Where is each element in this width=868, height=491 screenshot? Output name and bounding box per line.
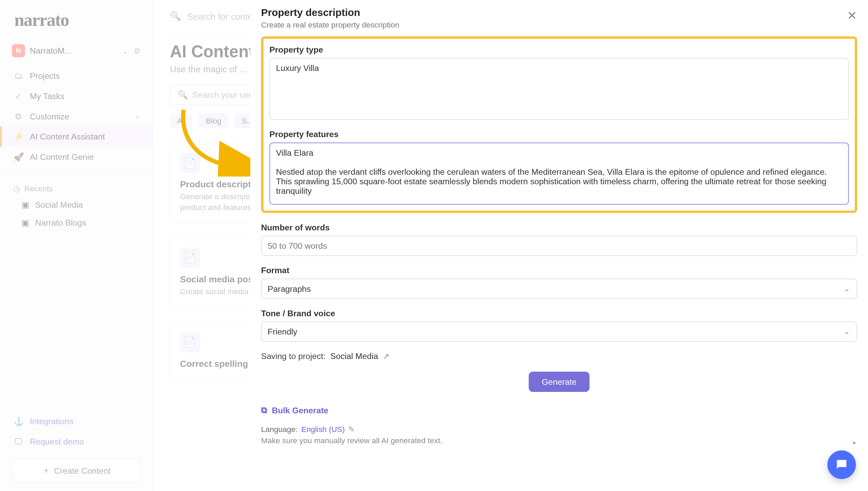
property-description-panel: ✕ Property description Create a real est…: [250, 0, 868, 491]
property-type-input[interactable]: [270, 58, 849, 120]
bulk-label: Bulk Generate: [272, 405, 329, 415]
bulk-generate-link[interactable]: ⧉ Bulk Generate: [261, 405, 857, 415]
language-label: Language:: [261, 425, 298, 434]
disclaimer-text: Make sure you manually review all AI gen…: [261, 436, 857, 445]
language-value[interactable]: English (US): [301, 425, 345, 434]
tone-label: Tone / Brand voice: [261, 308, 857, 318]
panel-subtitle: Create a real estate property descriptio…: [261, 20, 857, 29]
highlight-frame: Property type Property features: [261, 36, 857, 213]
chat-fab[interactable]: [827, 450, 856, 479]
property-type-label: Property type: [270, 45, 849, 54]
chat-icon: [834, 457, 849, 472]
external-link-icon[interactable]: ↗: [383, 352, 389, 360]
copy-icon: ⧉: [261, 405, 267, 415]
close-icon[interactable]: ✕: [847, 8, 857, 23]
generate-button[interactable]: Generate: [529, 372, 590, 392]
property-features-label: Property features: [270, 129, 849, 139]
num-words-label: Number of words: [261, 223, 857, 232]
panel-title: Property description: [261, 7, 857, 19]
caret-right-icon: ▸: [853, 439, 856, 446]
format-select[interactable]: [261, 279, 857, 299]
tone-select[interactable]: [261, 322, 857, 342]
property-features-input[interactable]: [270, 143, 849, 205]
saving-label: Saving to project:: [261, 351, 326, 361]
num-words-input[interactable]: [261, 235, 857, 256]
format-label: Format: [261, 265, 857, 275]
edit-icon[interactable]: ✎: [348, 425, 355, 434]
saving-project-name: Social Media: [330, 351, 378, 361]
